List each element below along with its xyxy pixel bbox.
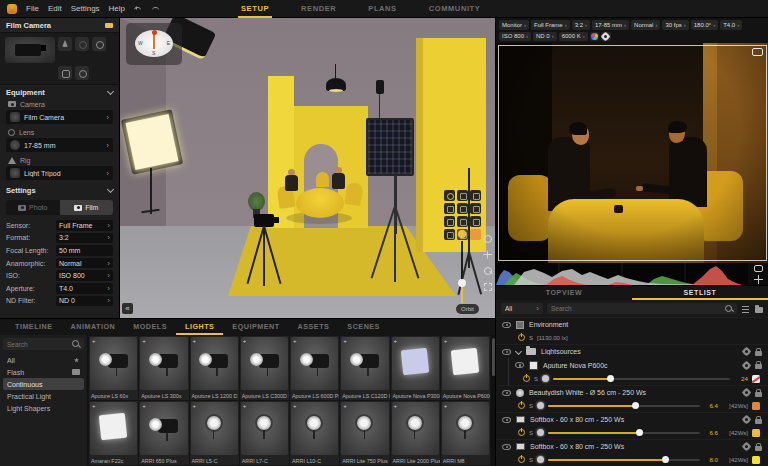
tab-equipment[interactable]: EQUIPMENT xyxy=(223,319,288,335)
light-card[interactable]: +ARRI L5-C xyxy=(190,401,239,465)
light-card[interactable]: +ARRI Lite 750 Plus xyxy=(340,401,389,465)
speaker-button[interactable] xyxy=(457,190,468,201)
solo-icon[interactable]: S xyxy=(534,376,538,382)
visibility-eye-icon[interactable] xyxy=(515,362,524,368)
settings-section-header[interactable]: Settings xyxy=(0,183,119,197)
intensity-slider[interactable] xyxy=(553,375,730,383)
led-panel-light[interactable] xyxy=(366,118,414,176)
tab-lights[interactable]: LIGHTS xyxy=(176,319,223,335)
library-scrollbar[interactable] xyxy=(491,335,495,466)
chair[interactable] xyxy=(316,172,329,187)
light-card[interactable]: +Amaran F22c xyxy=(89,401,138,465)
filter-dropdown[interactable]: All xyxy=(501,303,543,314)
character-seated-right[interactable] xyxy=(332,167,346,191)
gear-icon[interactable] xyxy=(743,443,750,450)
tab-setlist[interactable]: SETLIST xyxy=(632,286,768,300)
sensor-chip[interactable]: Full Frame xyxy=(531,20,570,30)
light-card[interactable]: +ARRI 650 Plus xyxy=(139,401,188,465)
dimmer-handle[interactable] xyxy=(458,279,466,287)
lamp-button[interactable] xyxy=(457,216,468,227)
monitor-toggle-icon[interactable] xyxy=(754,265,763,272)
category-flash[interactable]: Flash xyxy=(3,366,84,378)
lock-icon[interactable] xyxy=(755,351,762,356)
light-card[interactable]: +ARRI L7-C xyxy=(240,401,289,465)
tab-animation[interactable]: ANIMATION xyxy=(62,319,125,335)
tab-models[interactable]: MODELS xyxy=(124,319,176,335)
light-card[interactable]: +ARRI Lite 2000 Plus xyxy=(391,401,440,465)
mode-photo-button[interactable]: Photo xyxy=(6,200,60,215)
undo-icon[interactable] xyxy=(134,5,142,12)
pan-icon[interactable] xyxy=(483,250,492,259)
drone-tool-icon[interactable] xyxy=(92,37,106,51)
add-icon[interactable]: + xyxy=(293,403,297,409)
color-wheel-button[interactable] xyxy=(590,32,600,42)
rig-select[interactable]: Light Tripod xyxy=(6,166,113,180)
add-icon[interactable]: + xyxy=(293,338,297,344)
gear-icon[interactable] xyxy=(743,348,750,355)
category-all[interactable]: All xyxy=(3,354,84,366)
nd-chip[interactable]: ND 0 xyxy=(533,32,557,42)
kelvin-chip[interactable]: 6000 K xyxy=(559,32,588,42)
fps-chip[interactable]: 30 fps xyxy=(662,20,688,30)
solo-icon[interactable]: S xyxy=(529,335,533,341)
round-table[interactable] xyxy=(296,188,344,218)
light-card[interactable]: +Aputure LS 600D Pro xyxy=(290,336,339,400)
light-card[interactable]: +Aputure LS C300D II xyxy=(240,336,289,400)
color-swatch[interactable] xyxy=(752,429,760,437)
intensity-slider[interactable] xyxy=(548,429,700,437)
tree-row-softbox-2[interactable]: Softbox - 60 x 80 cm - 250 Ws xyxy=(496,439,768,453)
library-search-input[interactable] xyxy=(7,341,69,348)
visibility-eye-icon[interactable] xyxy=(502,322,511,328)
stand-button[interactable] xyxy=(444,229,455,240)
gear-icon[interactable] xyxy=(743,416,750,423)
tab-plans[interactable]: PLANS xyxy=(365,0,399,18)
aperture-chip[interactable]: T4.0 xyxy=(720,20,742,30)
film-camera-rig[interactable] xyxy=(246,214,286,292)
clamp-tool-icon[interactable] xyxy=(58,66,72,80)
tab-topview[interactable]: TOPVIEW xyxy=(496,286,632,300)
grid-button[interactable] xyxy=(457,203,468,214)
sensor-select[interactable]: Full Frame xyxy=(56,220,113,231)
light-card[interactable]: +Aputure Nova P300c xyxy=(391,336,440,400)
tab-assets[interactable]: ASSETS xyxy=(289,319,339,335)
tree-row-beautydish[interactable]: Beautydish White - Ø 56 cm - 250 Ws xyxy=(496,385,768,399)
equipment-section-header[interactable]: Equipment xyxy=(0,85,119,99)
add-icon[interactable]: + xyxy=(193,338,197,344)
focus-icon[interactable] xyxy=(483,282,492,291)
gear-icon[interactable] xyxy=(743,362,750,369)
lens-select[interactable]: 17-85 mm xyxy=(6,138,113,152)
light-color-swatch[interactable] xyxy=(470,229,481,240)
solo-icon[interactable]: S xyxy=(529,457,533,463)
expand-chevron-icon[interactable] xyxy=(515,348,522,355)
viewport-3d[interactable]: W E S « 5.6 xyxy=(120,18,495,318)
tab-scenes[interactable]: SCENES xyxy=(338,319,389,335)
target-button[interactable] xyxy=(444,216,455,227)
move-monitor-icon[interactable] xyxy=(754,275,763,284)
tab-community[interactable]: COMMUNITY xyxy=(426,0,484,18)
light-power-button[interactable] xyxy=(444,190,455,201)
tree-row-softbox-1[interactable]: Softbox - 60 x 80 cm - 250 Ws xyxy=(496,412,768,426)
add-icon[interactable]: + xyxy=(444,338,448,344)
add-icon[interactable]: + xyxy=(394,403,398,409)
collapse-panel-button[interactable]: « xyxy=(122,303,133,314)
add-icon[interactable]: + xyxy=(92,338,96,344)
menu-help[interactable]: Help xyxy=(109,4,125,13)
tree-row-lightsources[interactable]: Lightsources xyxy=(496,344,768,358)
lock-icon[interactable] xyxy=(755,392,762,397)
mode-film-button[interactable]: Film xyxy=(60,200,114,215)
visibility-eye-icon[interactable] xyxy=(502,349,511,355)
gimbal-tool-icon[interactable] xyxy=(75,66,89,80)
redo-icon[interactable] xyxy=(151,5,159,12)
frame-toggle-icon[interactable] xyxy=(752,48,763,56)
category-light-shapers[interactable]: Light Shapers xyxy=(3,402,84,414)
power-icon[interactable] xyxy=(518,334,525,341)
camera-select[interactable]: Film Camera xyxy=(6,110,113,124)
gear-icon[interactable] xyxy=(743,389,750,396)
power-icon[interactable] xyxy=(518,456,525,463)
tab-timeline[interactable]: TIMELINE xyxy=(6,319,62,335)
menu-edit[interactable]: Edit xyxy=(48,4,62,13)
monitor-on-stand[interactable] xyxy=(376,80,384,94)
light-card[interactable]: +Aputure LS C120D Pro xyxy=(340,336,389,400)
intensity-slider[interactable] xyxy=(548,402,700,410)
compass-gizmo[interactable]: W E S xyxy=(126,23,182,65)
